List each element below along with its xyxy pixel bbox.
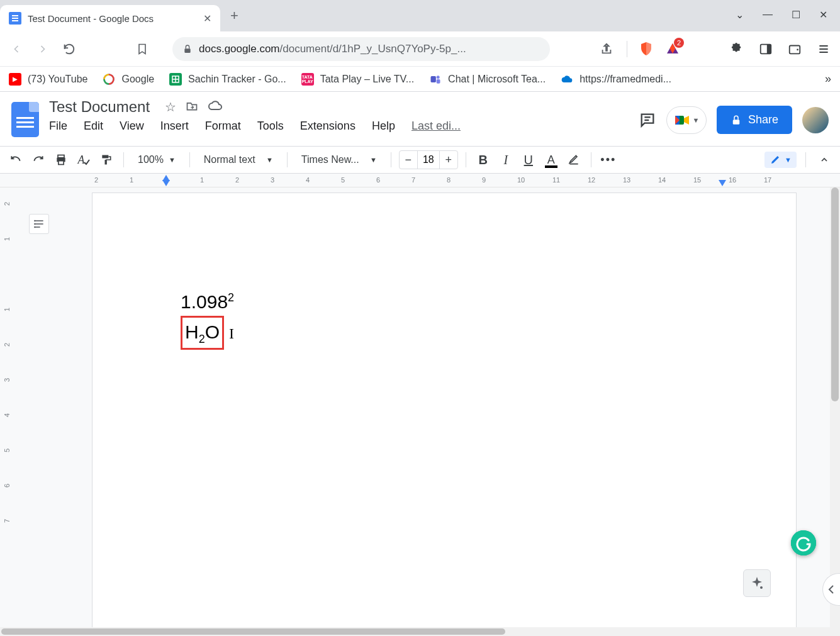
bookmark-teams[interactable]: Chat | Microsoft Tea...: [429, 73, 546, 86]
bookmark-label: Chat | Microsoft Tea...: [448, 74, 546, 85]
bookmark-google[interactable]: Google: [103, 73, 154, 86]
horizontal-ruler[interactable]: 211234567891011121314151617: [0, 174, 840, 187]
outline-button[interactable]: [29, 214, 49, 234]
menu-insert[interactable]: Insert: [160, 120, 189, 133]
document-line-2[interactable]: H2O I: [181, 316, 708, 350]
text-cursor: I: [229, 322, 234, 345]
meet-button[interactable]: ▼: [666, 106, 707, 134]
print-button[interactable]: [52, 150, 70, 169]
cloud-icon: [561, 73, 573, 86]
italic-button[interactable]: I: [496, 150, 515, 169]
spellcheck-button[interactable]: A: [74, 150, 93, 169]
url-text: docs.google.com/document/d/1hP_y_UsnQ7Yo…: [199, 43, 466, 55]
vertical-ruler[interactable]: 211234567: [0, 187, 19, 636]
google-icon: [103, 73, 115, 86]
menu-file[interactable]: File: [49, 120, 67, 133]
docs-logo-icon[interactable]: [11, 102, 39, 137]
increase-font-button[interactable]: +: [440, 151, 457, 169]
style-select[interactable]: Normal text▼: [198, 154, 279, 165]
close-window-icon[interactable]: ✕: [819, 9, 827, 21]
highlight-button[interactable]: [564, 150, 583, 169]
share-label: Share: [748, 113, 778, 126]
right-indent[interactable]: [719, 180, 726, 186]
svg-rect-17: [58, 155, 64, 158]
comments-icon[interactable]: [639, 111, 656, 129]
svg-point-10: [437, 75, 440, 79]
collapse-toolbar-button[interactable]: [815, 150, 834, 169]
dropdown-icon: ▼: [693, 116, 700, 124]
svg-rect-0: [184, 48, 190, 53]
font-select[interactable]: Times New...▼: [295, 154, 383, 165]
url-bar[interactable]: docs.google.com/document/d/1hP_y_UsnQ7Yo…: [172, 37, 550, 61]
bold-button[interactable]: B: [474, 150, 493, 169]
menu-tools[interactable]: Tools: [257, 120, 284, 133]
brave-shield-icon[interactable]: [639, 42, 654, 57]
minimize-icon[interactable]: ―: [763, 9, 773, 21]
editing-mode-button[interactable]: ▼: [764, 152, 797, 168]
menu-view[interactable]: View: [120, 120, 144, 133]
document-title[interactable]: Test Document: [49, 98, 150, 116]
zoom-select[interactable]: 100%▼: [132, 154, 182, 165]
svg-point-26: [34, 226, 36, 228]
svg-rect-11: [437, 79, 440, 84]
star-icon[interactable]: ☆: [165, 100, 176, 114]
new-tab-button[interactable]: +: [230, 8, 238, 24]
user-avatar[interactable]: [802, 107, 829, 133]
horizontal-scrollbar[interactable]: [0, 627, 840, 636]
explore-button[interactable]: [743, 569, 771, 597]
font-size-control: − +: [399, 150, 458, 169]
bookmark-label: (73) YouTube: [28, 74, 87, 85]
share-url-icon[interactable]: [598, 40, 615, 58]
cloud-status-icon[interactable]: [208, 100, 223, 114]
extensions-icon[interactable]: [728, 40, 746, 58]
bookmark-icon[interactable]: [133, 40, 151, 58]
brave-rewards-icon[interactable]: 2: [665, 42, 680, 57]
more-tools-button[interactable]: •••: [599, 150, 618, 169]
decrease-font-button[interactable]: −: [400, 151, 417, 169]
left-indent[interactable]: [162, 180, 170, 186]
menu-icon[interactable]: [815, 40, 832, 58]
svg-point-27: [791, 530, 816, 555]
underline-button[interactable]: U: [519, 150, 538, 169]
back-button[interactable]: [8, 40, 25, 58]
document-line-1[interactable]: 1.0982: [181, 287, 708, 316]
browser-tab-strip: Test Document - Google Docs ✕ + ⌄ ― ☐ ✕: [0, 0, 840, 31]
svg-rect-19: [59, 161, 64, 165]
text-color-button[interactable]: A: [542, 150, 561, 169]
font-size-input[interactable]: [417, 151, 440, 169]
document-page[interactable]: 1.0982 H2O I: [92, 192, 797, 636]
bookmark-sheets[interactable]: Sachin Tracker - Go...: [169, 73, 286, 86]
forward-button[interactable]: [34, 40, 52, 58]
undo-button[interactable]: [6, 150, 25, 169]
maximize-icon[interactable]: ☐: [792, 9, 800, 21]
svg-rect-2: [767, 44, 771, 53]
svg-rect-20: [102, 155, 108, 159]
selection-highlight: H2O: [181, 316, 224, 350]
tab-title: Test Document - Google Docs: [28, 13, 197, 24]
bookmark-tataplay[interactable]: TATAPLAY Tata Play – Live TV...: [301, 73, 414, 86]
close-tab-icon[interactable]: ✕: [203, 13, 211, 25]
wallet-icon[interactable]: [786, 40, 804, 58]
menu-help[interactable]: Help: [372, 120, 395, 133]
menu-edit[interactable]: Edit: [84, 120, 103, 133]
paint-format-button[interactable]: [97, 150, 116, 169]
side-panel-toggle[interactable]: [822, 573, 840, 606]
last-edit-link[interactable]: Last edi...: [412, 120, 461, 133]
menu-extensions[interactable]: Extensions: [300, 120, 356, 133]
sidepanel-icon[interactable]: [757, 40, 775, 58]
reload-button[interactable]: [60, 40, 78, 58]
vertical-scrollbar[interactable]: [830, 187, 840, 636]
browser-tab[interactable]: Test Document - Google Docs ✕: [0, 5, 220, 31]
share-button[interactable]: Share: [717, 106, 792, 134]
redo-button[interactable]: [29, 150, 48, 169]
bookmarks-overflow-icon[interactable]: »: [825, 72, 831, 86]
menu-format[interactable]: Format: [205, 120, 241, 133]
bookmark-youtube[interactable]: ▶ (73) YouTube: [9, 73, 87, 86]
docs-favicon: [9, 12, 21, 25]
bookmark-label: Sachin Tracker - Go...: [188, 74, 286, 85]
move-icon[interactable]: [186, 100, 202, 114]
grammarly-fab[interactable]: [791, 530, 816, 555]
chevron-down-icon[interactable]: ⌄: [736, 9, 744, 21]
svg-point-25: [34, 223, 36, 225]
bookmark-onedrive[interactable]: https://framedmedi...: [561, 73, 671, 86]
